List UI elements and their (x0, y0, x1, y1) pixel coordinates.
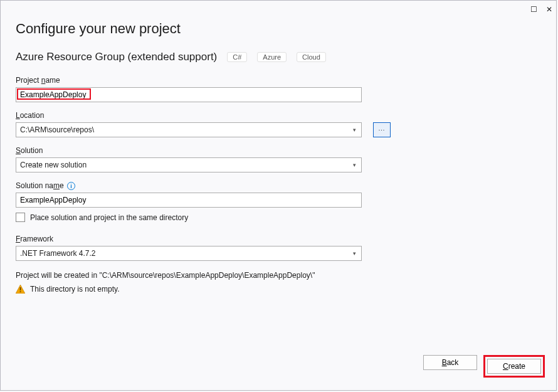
solution-value: Create new solution (20, 161, 87, 169)
chevron-down-icon: ▾ (353, 162, 356, 168)
same-directory-checkbox[interactable] (16, 213, 25, 222)
location-value: C:\ARM\source\repos\ (20, 125, 94, 134)
location-label: Location (16, 111, 541, 120)
back-button[interactable]: Back (423, 355, 477, 370)
project-template-name: Azure Resource Group (extended support) (16, 51, 217, 63)
same-directory-label: Place solution and project in the same d… (30, 213, 188, 222)
same-directory-checkbox-row[interactable]: Place solution and project in the same d… (16, 213, 541, 222)
solution-name-input[interactable] (16, 193, 362, 208)
close-icon[interactable]: ✕ (546, 5, 552, 14)
create-button-highlight: Create (483, 355, 545, 378)
chevron-down-icon: ▾ (353, 250, 356, 257)
content-area: Configure your new project Azure Resourc… (1, 18, 556, 355)
tag-azure: Azure (257, 52, 287, 62)
maximize-icon[interactable]: ☐ (530, 5, 537, 14)
svg-rect-2 (20, 292, 21, 293)
framework-label: Framework (16, 235, 541, 243)
project-name-input[interactable] (16, 87, 362, 102)
tag-csharp: C# (227, 52, 247, 62)
framework-combo[interactable]: .NET Framework 4.7.2 ▾ (16, 246, 362, 261)
subheader-row: Azure Resource Group (extended support) … (16, 51, 541, 63)
framework-value: .NET Framework 4.7.2 (20, 249, 95, 258)
location-combo[interactable]: C:\ARM\source\repos\ ▾ (16, 122, 362, 137)
solution-label: Solution (16, 146, 541, 155)
project-name-label: Project name (16, 76, 541, 85)
warning-icon (16, 285, 25, 294)
browse-button[interactable]: ... (373, 122, 391, 137)
solution-name-label: Solution name i (16, 181, 541, 190)
warning-row: This directory is not empty. (16, 285, 541, 294)
footer: Back Create (1, 355, 556, 390)
info-icon[interactable]: i (67, 182, 75, 190)
tag-cloud: Cloud (297, 52, 326, 62)
create-button[interactable]: Create (487, 359, 541, 374)
svg-rect-1 (20, 287, 21, 290)
titlebar: ☐ ✕ (1, 1, 556, 18)
chevron-down-icon: ▾ (353, 127, 356, 133)
solution-combo[interactable]: Create new solution ▾ (16, 157, 362, 172)
dialog-window: ☐ ✕ Configure your new project Azure Res… (0, 0, 557, 391)
page-title: Configure your new project (16, 21, 541, 37)
warning-text: This directory is not empty. (30, 285, 120, 294)
project-path-note: Project will be created in "C:\ARM\sourc… (16, 271, 541, 280)
